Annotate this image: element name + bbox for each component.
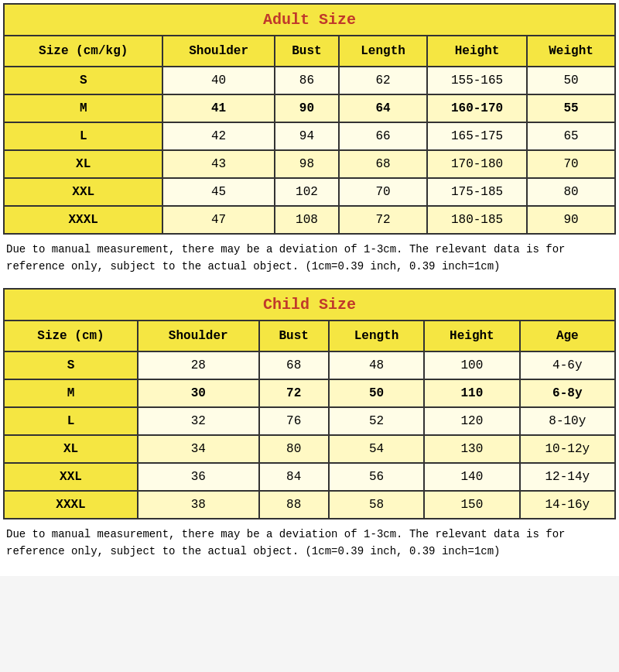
child-row-xxxl: XXXL38885815014-16y <box>4 491 615 519</box>
child-row-s: S2868481004-6y <box>4 351 615 379</box>
adult-header-1: Shoulder <box>162 36 274 67</box>
adult-header-5: Weight <box>527 36 615 67</box>
child-header-3: Length <box>329 321 424 351</box>
page-container: Adult Size Size (cm/kg)ShoulderBustLengt… <box>0 0 619 576</box>
adult-header-0: Size (cm/kg) <box>4 36 162 67</box>
adult-row-l: L429466165-17565 <box>4 122 615 150</box>
adult-header-3: Length <box>339 36 427 67</box>
child-row-m: M3072501106-8y <box>4 379 615 407</box>
adult-header-2: Bust <box>275 36 339 67</box>
adult-row-xxl: XXL4510270175-18580 <box>4 178 615 206</box>
adult-section: Adult Size Size (cm/kg)ShoulderBustLengt… <box>3 3 616 282</box>
child-row-l: L3276521208-10y <box>4 407 615 435</box>
adult-row-xl: XL439868170-18070 <box>4 150 615 178</box>
child-row-xl: XL34805413010-12y <box>4 435 615 463</box>
adult-header-row: Size (cm/kg)ShoulderBustLengthHeightWeig… <box>4 36 615 67</box>
adult-title: Adult Size <box>4 4 615 36</box>
child-header-5: Age <box>520 321 615 351</box>
child-header-row: Size (cm)ShoulderBustLengthHeightAge <box>4 321 615 351</box>
adult-row-m: M419064160-17055 <box>4 94 615 122</box>
child-section: Child Size Size (cm)ShoulderBustLengthHe… <box>3 288 616 567</box>
adult-row-xxxl: XXXL4710872180-18590 <box>4 206 615 234</box>
child-title: Child Size <box>4 289 615 321</box>
child-row-xxl: XXL36845614012-14y <box>4 463 615 491</box>
adult-row-s: S408662155-16550 <box>4 67 615 94</box>
adult-table: Adult Size Size (cm/kg)ShoulderBustLengt… <box>3 3 616 235</box>
child-header-1: Shoulder <box>138 321 258 351</box>
adult-note: Due to manual measurement, there may be … <box>3 235 616 282</box>
child-header-2: Bust <box>259 321 329 351</box>
adult-header-4: Height <box>427 36 527 67</box>
child-header-4: Height <box>424 321 519 351</box>
child-header-0: Size (cm) <box>4 321 138 351</box>
child-note: Due to manual measurement, there may be … <box>3 519 616 567</box>
child-table: Child Size Size (cm)ShoulderBustLengthHe… <box>3 288 616 519</box>
